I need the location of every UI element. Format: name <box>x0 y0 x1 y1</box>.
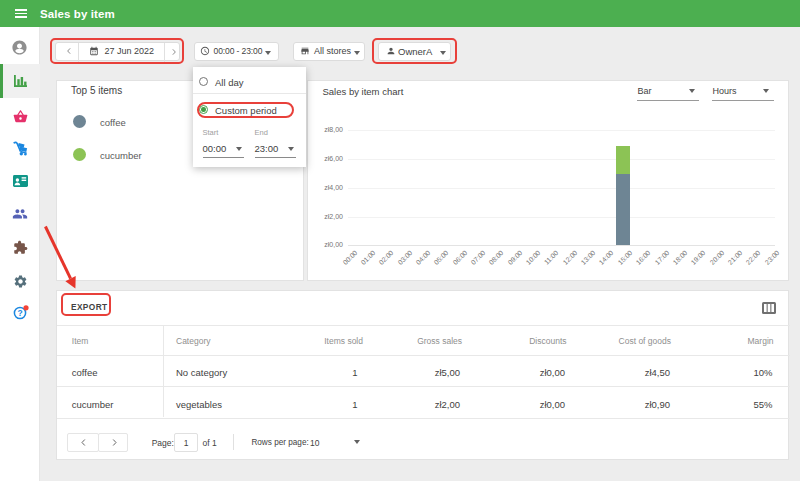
svg-text:?: ? <box>17 308 22 318</box>
